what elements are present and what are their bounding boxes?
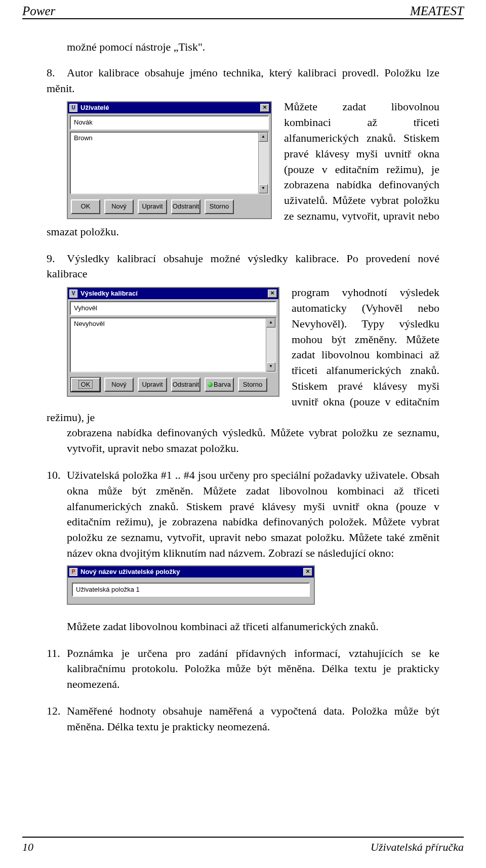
list-item[interactable]: Brown [74, 134, 255, 143]
item8-first: Autor kalibrace obsahuje jméno technika,… [47, 66, 439, 95]
edit-button[interactable]: Upravit [138, 199, 167, 214]
results-buttons: OK Nový Upravit Odstranit Barva Storno [68, 375, 278, 396]
results-list[interactable]: Nevyhověl ▲ ▼ [70, 317, 276, 373]
window-icon: U [69, 104, 77, 112]
window-icon: V [69, 290, 77, 298]
header-right: MEATEST [410, 4, 464, 18]
new-button[interactable]: Nový [104, 378, 134, 392]
item11-num: 11. [47, 646, 67, 662]
footer-left: 10 [22, 841, 33, 854]
close-icon[interactable]: × [268, 290, 277, 298]
close-icon[interactable]: × [260, 104, 269, 112]
list-item-12: 12.Naměřené hodnoty obsahuje naměřená a … [47, 704, 439, 735]
cancel-button[interactable]: Storno [238, 378, 267, 392]
page-footer: 10 Uživatelská příručka [22, 837, 464, 854]
window-icon: P [69, 568, 77, 576]
delete-button[interactable]: Odstranit [171, 199, 200, 214]
page-header: Power MEATEST [22, 0, 464, 19]
users-list[interactable]: Brown ▲ ▼ [70, 132, 269, 194]
results-field[interactable]: Vyhověl [70, 301, 276, 315]
scroll-up-icon[interactable]: ▲ [259, 133, 268, 142]
window-rename-title: Nový název uživatelské položky [79, 567, 303, 576]
ok-button[interactable]: OK [71, 199, 100, 214]
item9-first: Výsledky kalibrací obsahuje možné výsled… [47, 252, 439, 280]
window-users-titlebar: U Uživatelé × [68, 102, 271, 113]
list-item[interactable]: Nevyhověl [74, 319, 263, 328]
footer-right: Uživatelská příručka [371, 841, 464, 854]
item11-text: Poznámka je určena pro zadání přídavných… [67, 647, 439, 691]
item9-rest: zobrazena nabídka definovaných výsledků.… [47, 425, 439, 457]
window-users: U Uživatelé × Novák Brown ▲ ▼ OK Nový Up… [67, 101, 272, 219]
window-results-titlebar: V Výsledky kalibrací × [68, 288, 278, 299]
close-icon[interactable]: × [303, 568, 312, 576]
users-buttons: OK Nový Upravit Odstranit Storno [68, 196, 271, 218]
header-left: Power [22, 4, 55, 18]
delete-button[interactable]: Odstranit [171, 378, 200, 392]
new-button[interactable]: Nový [104, 199, 134, 214]
item10-num: 10. [47, 468, 67, 483]
color-indicator-icon [208, 382, 213, 387]
window-rename-titlebar: P Nový název uživatelské položky × [68, 566, 314, 577]
list-item-10: 10.Uživatelská položka #1 .. #4 jsou urč… [47, 468, 439, 635]
intro-text: možné pomocí nástroje „Tisk". [47, 39, 439, 55]
window-results-title: Výsledky kalibrací [79, 289, 268, 298]
rename-field[interactable]: Uživatelská položka 1 [72, 583, 310, 597]
scroll-down-icon[interactable]: ▼ [259, 184, 268, 193]
users-field[interactable]: Novák [70, 115, 269, 130]
window-results: V Výsledky kalibrací × Vyhověl Nevyhověl… [67, 287, 279, 397]
item12-num: 12. [47, 704, 67, 719]
item12-text: Naměřené hodnoty obsahuje naměřená a vyp… [67, 705, 439, 733]
item10-after: Můžete zadat libovolnou kombinaci až tři… [47, 619, 439, 635]
window-users-title: Uživatelé [79, 103, 260, 112]
item9-num: 9. [47, 251, 67, 267]
edit-button[interactable]: Upravit [138, 378, 167, 392]
scroll-down-icon[interactable]: ▼ [266, 362, 275, 371]
item10-text: Uživatelská položka #1 .. #4 jsou určeny… [67, 469, 439, 559]
scrollbar[interactable]: ▲ ▼ [258, 133, 268, 193]
list-item-8: 8.Autor kalibrace obsahuje jméno technik… [47, 65, 439, 240]
window-rename: P Nový název uživatelské položky × Uživa… [67, 565, 315, 605]
list-item-9: 9.Výsledky kalibrací obsahuje možné výsl… [47, 251, 439, 457]
scroll-up-icon[interactable]: ▲ [266, 318, 275, 327]
scrollbar[interactable]: ▲ ▼ [266, 318, 275, 371]
item8-num: 8. [47, 65, 67, 81]
color-button[interactable]: Barva [205, 378, 234, 392]
ok-button[interactable]: OK [71, 378, 100, 392]
list-item-11: 11.Poznámka je určena pro zadání přídavn… [47, 646, 439, 692]
cancel-button[interactable]: Storno [205, 199, 234, 214]
